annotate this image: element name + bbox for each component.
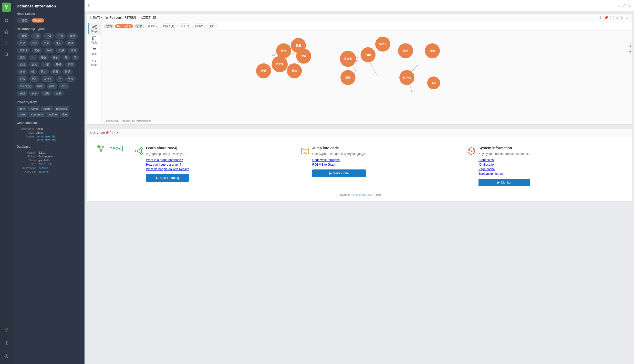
prop-key-tag[interactable]: released	[54, 106, 69, 111]
rel-tag[interactable]: 救助	[63, 69, 73, 74]
rel-tag[interactable]: *(195)	[17, 33, 29, 39]
prop-key-tag[interactable]: roles	[17, 112, 28, 117]
learn-link-3[interactable]: What do people do with Neo4j?	[146, 167, 189, 171]
rel-tag[interactable]: 小妾	[41, 62, 51, 67]
rel-tag[interactable]: 旧识	[17, 76, 27, 82]
rel-tag[interactable]: 仆人	[53, 40, 64, 46]
settings-icon-btn[interactable]	[2, 338, 11, 348]
neo4j-copyright-link[interactable]: Neo4j, Inc	[353, 193, 366, 196]
rel-tag[interactable]: 表亲	[29, 91, 39, 96]
rel-tag[interactable]: 师傅	[53, 62, 64, 67]
code-tab-btn[interactable]: Code	[88, 57, 101, 68]
rel-tag[interactable]: 堂弟	[17, 55, 27, 60]
prop-key-tag[interactable]: summary	[29, 112, 45, 117]
sysinfo-link[interactable]: :sysinfo	[38, 166, 48, 169]
rel-tag[interactable]: 妻	[63, 55, 70, 60]
start-learning-button[interactable]: ▶ Start Learning	[146, 174, 189, 182]
code-link-2[interactable]: RDBMS to Graph	[312, 163, 336, 166]
person-count-tag[interactable]: Person(27)	[115, 24, 133, 28]
refresh-icon[interactable]: ↻	[620, 16, 623, 20]
download-icon[interactable]: ⬇	[599, 16, 602, 20]
server-user-add-link[interactable]: :server user add	[36, 138, 56, 141]
prop-key-tag[interactable]: tagline	[46, 112, 59, 117]
learn-link-2[interactable]: How can I query a graph?	[146, 163, 181, 166]
rel-tag[interactable]: 原部下	[17, 48, 30, 53]
monitor-button[interactable]: ▶ Monitor	[479, 179, 530, 186]
rel-tag[interactable]: 上级	[43, 33, 54, 39]
star-icon-btn[interactable]	[2, 27, 11, 36]
server-user-list-link[interactable]: :server user list	[36, 135, 55, 138]
pin-icon[interactable]: 📌	[604, 16, 608, 20]
sys-link-2[interactable]: ID allocation	[479, 163, 495, 166]
sys-link-4[interactable]: Transaction count	[479, 172, 503, 176]
rel-tag[interactable]: 媒人	[29, 62, 39, 67]
rel-tag[interactable]: 上司	[31, 33, 41, 39]
close-icon[interactable]: ✕	[626, 16, 629, 20]
rel-tag[interactable]: 劝阻	[65, 40, 76, 46]
rel-tag[interactable]: 发小	[32, 48, 42, 53]
sys-link-3[interactable]: Page cache	[479, 167, 495, 171]
play-close-icon[interactable]: ✕	[116, 131, 119, 135]
rel-tag[interactable]: 弟弟	[65, 62, 76, 67]
rel-jiaozhu-tag[interactable]: 教助(1)	[145, 24, 159, 29]
rel-tag[interactable]: 姐姐	[17, 62, 27, 67]
rel-tag[interactable]: 朋友	[29, 76, 39, 82]
top-run-icon[interactable]: ▷	[628, 3, 631, 8]
prop-key-tag[interactable]: title	[60, 112, 69, 117]
up-icon[interactable]: ∧	[616, 16, 618, 20]
prop-key-tag[interactable]: born	[17, 106, 27, 111]
rel-tag[interactable]: 下属	[55, 33, 66, 39]
total-count-tag[interactable]: *(27)	[104, 24, 114, 28]
rel-tag[interactable]: 大	[29, 55, 37, 60]
rel-tag[interactable]: 招募	[50, 69, 61, 74]
rel-tag[interactable]: 义	[56, 76, 64, 82]
node-label-all[interactable]: *(156)	[17, 18, 29, 23]
top-star-icon[interactable]: ☆	[617, 3, 621, 8]
rel-tag[interactable]: 臣服	[53, 91, 64, 96]
expand-icon[interactable]: ⛶	[610, 16, 614, 20]
rel-shifu-tag[interactable]: 师傅(7)	[178, 24, 191, 29]
rel-tag[interactable]: 追随	[41, 91, 51, 96]
rel-tag[interactable]: 恨	[29, 69, 37, 74]
rel-tag[interactable]: 勋迫	[47, 83, 57, 89]
rel-tag[interactable]: 同乡	[56, 48, 66, 53]
node-label-person[interactable]: Person	[32, 18, 45, 23]
document-icon-btn[interactable]	[2, 38, 11, 48]
rel-tag[interactable]: 妹女	[50, 55, 61, 60]
table-tab-btn[interactable]: Table	[88, 35, 101, 46]
rel-tag[interactable]: 未婚夫	[41, 76, 54, 82]
rel-tag[interactable]: 姑拜	[35, 83, 45, 89]
graph-tab-btn[interactable]: Graph	[88, 23, 101, 35]
right-collapse-btn-2[interactable]: ◀	[629, 49, 632, 54]
right-collapse-btn-1[interactable]: ◀	[629, 44, 632, 48]
rel-tag[interactable]: 恩惠	[38, 69, 49, 74]
rel-tag[interactable]: 义兄	[17, 40, 27, 46]
home-icon-btn[interactable]	[2, 16, 11, 25]
disconnect-icon-btn[interactable]	[2, 325, 11, 334]
top-pin-icon[interactable]: ◇	[623, 3, 626, 8]
sys-link-1[interactable]: Store sizes	[479, 158, 494, 162]
rel-tag[interactable]: 义弟	[41, 40, 51, 46]
rel-tag[interactable]: 徒弟	[17, 69, 27, 74]
rel-tag[interactable]: 表姐	[17, 91, 27, 96]
rel-count-tag[interactable]: *(12)	[134, 24, 144, 28]
write-code-button[interactable]: ▶ Write Code	[312, 169, 366, 177]
play-expand-icon[interactable]: ⛶	[110, 131, 113, 135]
rel-tag[interactable]: 表兄	[59, 83, 69, 89]
search-icon-btn[interactable]	[2, 50, 11, 59]
top-query-input[interactable]	[92, 4, 617, 7]
rel-tag[interactable]: 生死之交	[17, 83, 33, 89]
rel-tag[interactable]: 妾	[72, 55, 79, 60]
play-pin-icon[interactable]: 📌	[105, 131, 109, 135]
prop-key-tag[interactable]: name	[28, 106, 40, 111]
rel-tag[interactable]: 叔叔	[44, 48, 54, 53]
play-up-icon[interactable]: ∧	[113, 131, 115, 135]
graph-svg-container[interactable]: 师傅 教助 朋友 朋友 未婚夫 义 曹密 曹魁 曹	[102, 31, 632, 124]
text-tab-btn[interactable]: Text	[88, 46, 101, 57]
queries-link[interactable]: :queries	[38, 170, 48, 173]
code-link-1[interactable]: Code walk-throughs	[312, 158, 340, 162]
learn-link-1[interactable]: What is a graph database?	[146, 158, 183, 162]
rel-tag[interactable]: 好友	[38, 55, 49, 60]
rel-tag[interactable]: 父亲	[65, 76, 76, 82]
help-icon-btn[interactable]	[2, 352, 11, 361]
